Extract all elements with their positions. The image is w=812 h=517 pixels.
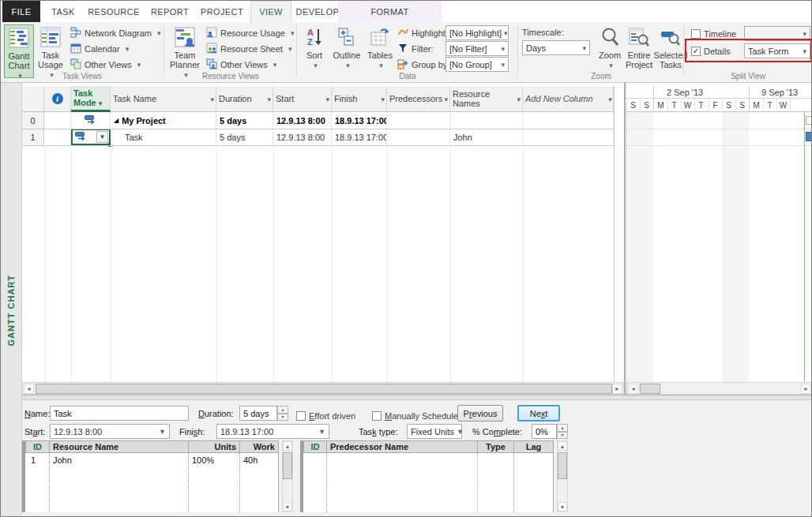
tab-report[interactable]: REPORT — [145, 1, 194, 22]
resource-id-header[interactable]: ID — [25, 440, 50, 453]
gantt-horizontal-scrollbar[interactable]: ◄ ► — [626, 382, 812, 395]
predecessor-table-scrollbar[interactable]: ▲ ▼ — [557, 440, 568, 512]
add-new-column-cell[interactable] — [523, 112, 614, 129]
finish-column-header[interactable]: Finish▾ — [332, 86, 387, 112]
pane-splitter[interactable] — [22, 395, 812, 400]
resource-row-units[interactable]: 100% — [189, 454, 217, 466]
scroll-left-button[interactable]: ◄ — [628, 384, 638, 394]
row-number[interactable]: 0 — [22, 112, 44, 129]
next-button[interactable]: Next — [517, 405, 560, 421]
filter-arrow-icon[interactable]: ▾ — [210, 95, 214, 104]
manually-scheduled-checkbox[interactable] — [372, 411, 382, 421]
start-dropdown[interactable]: 12.9.13 8:00 ▼ — [50, 424, 170, 439]
tab-file[interactable]: FILE — [2, 1, 40, 22]
previous-button[interactable]: Previous — [457, 405, 503, 421]
resource-row-id[interactable]: 1 — [28, 454, 39, 466]
indicators-column-header[interactable]: i — [44, 86, 71, 112]
tables-button[interactable]: Tables▾ — [365, 24, 395, 78]
predecessor-id-column[interactable] — [303, 453, 327, 512]
start-column-header[interactable]: Start▾ — [273, 86, 332, 112]
scroll-up-button[interactable]: ▲ — [558, 441, 567, 451]
resource-other-views-button[interactable]: Other Views ▾ — [206, 57, 276, 72]
filter-arrow-icon[interactable]: ▾ — [267, 95, 271, 104]
tab-project[interactable]: PROJECT — [196, 1, 248, 22]
predecessor-type-header[interactable]: Type — [478, 440, 514, 453]
add-new-column-header[interactable]: Add New Column▾ — [523, 86, 614, 112]
filter-icon[interactable] — [397, 43, 408, 55]
timescale-dropdown[interactable]: Days ▾ — [522, 40, 590, 55]
task-type-dropdown[interactable]: Fixed Units ▼ — [407, 424, 462, 439]
highlight-icon[interactable] — [397, 27, 408, 39]
sort-button[interactable]: AZ Sort▾ — [301, 24, 328, 78]
scroll-up-button[interactable]: ▲ — [283, 441, 292, 451]
predecessors-cell[interactable] — [387, 129, 450, 145]
resource-row-name[interactable]: John — [50, 454, 75, 466]
highlight-dropdown[interactable]: [No Highlight] ▾ — [445, 25, 509, 40]
resource-names-cell[interactable]: John — [450, 129, 523, 145]
manually-scheduled-checkbox-row[interactable]: Manually Scheduled — [372, 408, 463, 423]
select-all-corner[interactable] — [22, 86, 44, 112]
gantt-chart-button[interactable]: GanttChart ▾ — [4, 24, 34, 78]
duration-input[interactable]: 5 days — [239, 406, 277, 421]
row-number[interactable]: 1 — [22, 129, 44, 145]
tab-task[interactable]: TASK — [45, 1, 81, 22]
resource-names-cell[interactable] — [450, 112, 523, 129]
resource-sheet-button[interactable]: Resource Sheet ▾ — [206, 41, 291, 56]
finish-cell[interactable]: 18.9.13 17:00 — [332, 112, 387, 129]
filter-dropdown[interactable]: [No Filter] ▾ — [445, 41, 509, 56]
spin-down-icon[interactable]: ▼ — [557, 432, 568, 440]
task-name-cell[interactable]: ◢ My Project — [111, 112, 216, 129]
group-by-icon[interactable] — [397, 58, 408, 71]
predecessors-column-header[interactable]: Predecessors▾ — [387, 86, 450, 112]
tab-view[interactable]: VIEW — [250, 1, 291, 22]
percent-complete-input[interactable]: 0% — [532, 424, 557, 439]
zoom-button[interactable]: Zoom▾ — [596, 24, 624, 78]
task-usage-button[interactable]: TaskUsage ▾ — [36, 24, 66, 78]
tab-resource[interactable]: RESOURCE — [84, 1, 144, 22]
selected-task-mode-cell[interactable]: ▼ — [71, 129, 111, 145]
resource-names-column-header[interactable]: ResourceNames ▾ — [450, 86, 523, 112]
name-input[interactable]: Task — [50, 406, 189, 421]
scroll-down-button[interactable]: ▼ — [283, 502, 292, 511]
start-cell[interactable]: 12.9.13 8:00 — [273, 129, 332, 145]
duration-column-header[interactable]: Duration▾ — [216, 86, 273, 112]
calendar-button[interactable]: Calendar ▾ — [70, 41, 129, 56]
tab-format[interactable]: FORMAT — [338, 1, 442, 22]
spin-up-icon[interactable]: ▲ — [277, 406, 288, 414]
filter-arrow-icon[interactable]: ▾ — [381, 95, 385, 104]
finish-dropdown[interactable]: 18.9.13 17:00 ▼ — [216, 424, 329, 439]
resource-row-work[interactable]: 40h — [240, 454, 261, 466]
scroll-right-button[interactable]: ► — [801, 384, 811, 394]
outline-button[interactable]: Outline▾ — [329, 24, 364, 78]
task-bar-fragment[interactable] — [806, 132, 812, 141]
predecessors-cell[interactable] — [387, 112, 450, 129]
other-views-button[interactable]: Other Views ▾ — [70, 57, 141, 72]
effort-driven-checkbox-row[interactable]: Effort driven — [296, 408, 355, 423]
predecessor-lag-header[interactable]: Lag — [514, 440, 554, 453]
task-name-column-header[interactable]: Task Name▾ — [111, 86, 216, 112]
spin-down-icon[interactable]: ▼ — [277, 414, 288, 421]
scrollbar-thumb[interactable] — [36, 384, 612, 394]
network-diagram-button[interactable]: Network Diagram ▾ — [70, 25, 161, 40]
gantt-chart-area[interactable] — [626, 112, 812, 382]
scrollbar-thumb[interactable] — [640, 384, 660, 394]
resource-table-scrollbar[interactable]: ▲ ▼ — [282, 440, 293, 512]
resource-work-header[interactable]: Work — [240, 440, 279, 453]
scrollbar-thumb[interactable] — [558, 452, 567, 479]
entire-project-button[interactable]: EntireProject — [624, 24, 654, 78]
scrollbar-thumb[interactable] — [283, 452, 292, 479]
effort-driven-checkbox[interactable] — [296, 411, 306, 421]
team-planner-button[interactable]: TeamPlanner ▾ — [168, 24, 201, 78]
expand-triangle-icon[interactable]: ◢ — [114, 117, 118, 124]
sheet-horizontal-scrollbar[interactable]: ◄ ► — [22, 382, 624, 395]
start-cell[interactable]: 12.9.13 8:00 — [273, 112, 332, 129]
duration-spinner[interactable]: ▲ ▼ — [277, 406, 288, 421]
scroll-down-button[interactable]: ▼ — [558, 502, 567, 511]
filter-arrow-icon[interactable]: ▾ — [325, 95, 329, 104]
duration-cell[interactable]: 5 days — [216, 129, 273, 145]
selected-tasks-button[interactable]: SelectedTasks — [656, 24, 686, 78]
predecessor-id-header[interactable]: ID — [303, 440, 327, 453]
task-name-cell[interactable]: Task — [111, 129, 216, 145]
timeline-checkbox[interactable] — [691, 29, 701, 39]
resource-units-header[interactable]: Units — [189, 440, 240, 453]
